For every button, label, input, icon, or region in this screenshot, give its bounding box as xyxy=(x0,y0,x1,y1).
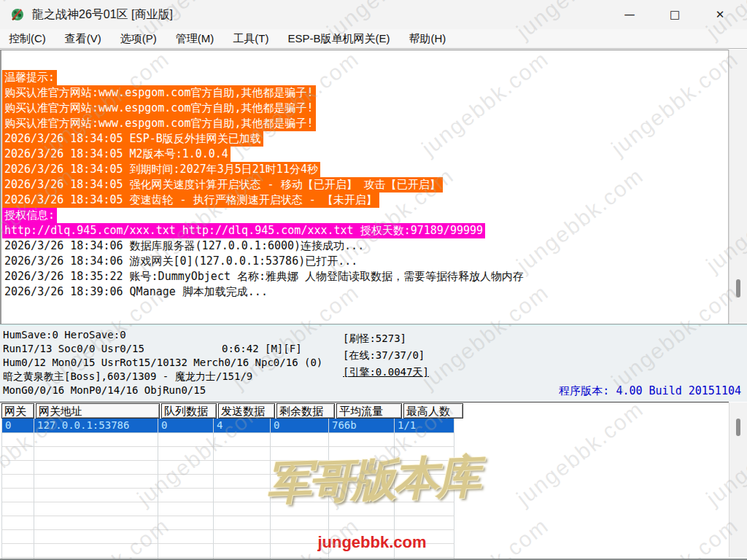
log-line-text: 2026/3/26 18:34:05 M2版本号:1.0.0.4 xyxy=(2,147,231,162)
table-cell xyxy=(34,516,158,530)
table-cell xyxy=(1,516,34,530)
log-line: 2026/3/26 18:39:06 QManage 脚本加载完成... xyxy=(2,284,728,300)
table-row[interactable]: 0127.0.0.1:53786040766b1/1 xyxy=(0,419,729,433)
log-line-text: 2026/3/26 18:34:05 ESP-B版反外挂网关已加载 xyxy=(2,131,263,147)
table-cell xyxy=(395,516,454,530)
table-cell xyxy=(271,433,329,447)
table-cell xyxy=(34,530,158,544)
log-line: 2026/3/26 18:34:05 M2版本号:1.0.0.4 xyxy=(2,147,728,162)
log-line: 温馨提示: xyxy=(2,70,728,85)
site-url-text: jungebbk.com xyxy=(248,533,496,552)
column-header[interactable]: 网关 xyxy=(1,403,34,419)
status-badge: [在线:37/37/0] xyxy=(343,347,429,364)
table-cell: 0 xyxy=(271,419,329,433)
log-line-text: 2026/3/26 18:34:06 数据库服务器(127.0.0.1:6000… xyxy=(2,238,366,254)
status-badge[interactable]: [引擎:0.0047天] xyxy=(343,364,429,381)
log-line-text: 购买认准官方网站:www.espgom.com官方自助,其他都是骗子! xyxy=(2,116,316,131)
table-cell xyxy=(214,516,271,530)
log-line-text: 2026/3/26 18:39:06 QManage 脚本加载完成... xyxy=(2,284,270,300)
gold-calligraphy-logo: 军哥版本库 xyxy=(247,445,498,515)
table-cell: 0 xyxy=(158,419,214,433)
status-right-block: [刷怪:5273][在线:37/37/0][引擎:0.0047天] xyxy=(343,330,429,381)
menu-item-tools[interactable]: 工具(T) xyxy=(231,31,270,47)
log-scrollbar-thumb[interactable] xyxy=(736,279,740,298)
window-controls: — □ ✕ xyxy=(607,0,743,29)
column-header[interactable]: 最高人数 xyxy=(403,403,463,419)
table-cell xyxy=(158,544,214,558)
table-cell xyxy=(34,461,158,475)
table-cell xyxy=(271,516,329,530)
status-line: MonG0/0/16 MonP0/14/16 ObjRun0/15 xyxy=(3,384,322,397)
table-cell xyxy=(34,433,158,447)
table-cell xyxy=(34,475,158,489)
log-line: 2026/3/26 18:34:05 强化网关速度计算开启状态 - 移动【已开启… xyxy=(2,177,728,192)
log-line-text: 购买认准官方网站:www.espgom.com官方自助,其他都是骗子! xyxy=(2,101,316,116)
log-line: 购买认准官方网站:www.espgom.com官方自助,其他都是骗子! xyxy=(2,85,728,101)
log-line: 购买认准官方网站:www.espgom.com官方自助,其他都是骗子! xyxy=(2,116,728,131)
log-line: 2026/3/26 18:34:05 ESP-B版反外挂网关已加载 xyxy=(2,131,728,147)
log-line-text: 2026/3/26 18:34:05 到期时间:2027年3月5日21时11分4… xyxy=(2,162,320,177)
minimize-button[interactable]: — xyxy=(607,0,652,29)
log-line-text: 2026/3/26 18:34:06 游戏网关[0](127.0.0.1:537… xyxy=(2,254,360,269)
menu-item-options[interactable]: 选项(P) xyxy=(119,31,158,47)
log-line: 2026/3/26 18:34:05 变速齿轮 - 执行严格测速开启状态 - 【… xyxy=(2,192,728,208)
menu-item-espb-gateway[interactable]: ESP-B版单机网关(E) xyxy=(286,31,391,47)
table-cell xyxy=(158,433,214,447)
table-cell xyxy=(158,516,214,530)
column-header[interactable]: 队列数据 xyxy=(161,403,217,419)
table-cell xyxy=(214,433,271,447)
log-area[interactable]: 温馨提示:购买认准官方网站:www.espgom.com官方自助,其他都是骗子!… xyxy=(0,50,729,324)
menu-item-view[interactable]: 查看(V) xyxy=(63,31,103,47)
table-row xyxy=(0,516,729,530)
status-line: Hum0/12 Mon0/15 UsrRot15/10132 Merch0/16… xyxy=(3,356,322,370)
log-line: 2026/3/26 18:34:05 到期时间:2027年3月5日21时11分4… xyxy=(2,162,728,177)
table-cell xyxy=(34,447,158,461)
table-cell xyxy=(158,502,214,516)
log-line-text: 2026/3/26 18:34:05 强化网关速度计算开启状态 - 移动【已开启… xyxy=(2,177,443,192)
menu-item-control[interactable]: 控制(C) xyxy=(7,31,47,47)
log-line-text: 温馨提示: xyxy=(2,70,57,85)
table-cell: 1/1 xyxy=(395,419,454,433)
close-button[interactable]: ✕ xyxy=(697,0,743,29)
column-header[interactable]: 网关地址 xyxy=(36,403,160,419)
column-header[interactable]: 发送数据 xyxy=(218,403,275,419)
table-cell xyxy=(1,530,34,544)
log-line: http://dlq.945.com/xxx.txt http://dlq.94… xyxy=(2,223,728,238)
status-line: HumSave:0 HeroSave:0 xyxy=(3,328,322,342)
log-line-text: 授权信息: xyxy=(2,208,57,223)
status-panel: HumSave:0 HeroSave:0Run17/13 Soc0/0 Usr0… xyxy=(0,324,747,402)
log-line: 2026/3/26 18:34:06 游戏网关[0](127.0.0.1:537… xyxy=(2,254,728,269)
table-cell xyxy=(158,530,214,544)
table-cell xyxy=(1,489,34,502)
program-version: 程序版本: 4.00 Build 20151104 xyxy=(559,384,741,398)
table-cell xyxy=(158,475,214,489)
table-cell xyxy=(329,433,395,447)
table-cell xyxy=(1,502,34,516)
table-cell xyxy=(1,447,34,461)
table-cell xyxy=(34,489,158,502)
column-header[interactable]: 平均流量 xyxy=(336,403,402,419)
log-line: 授权信息: xyxy=(2,208,728,223)
log-line: 2026/3/26 18:34:06 数据库服务器(127.0.0.1:6000… xyxy=(2,238,728,254)
column-header[interactable]: 剩余数据 xyxy=(276,403,335,419)
title-bar: 龍之战神26号01区 [商业版] — □ ✕ xyxy=(0,0,747,29)
table-scrollbar-thumb[interactable] xyxy=(736,419,740,436)
log-scrollbar[interactable] xyxy=(729,50,747,324)
menu-item-help[interactable]: 帮助(H) xyxy=(408,31,448,47)
window-title: 龍之战神26号01区 [商业版] xyxy=(32,7,173,23)
table-cell xyxy=(158,489,214,502)
log-line-text: 2026/3/26 18:34:05 变速齿轮 - 执行严格测速开启状态 - 【… xyxy=(2,192,379,208)
maximize-button[interactable]: □ xyxy=(652,0,697,29)
table-header-row: 网关网关地址队列数据发送数据剩余数据平均流量最高人数 xyxy=(0,402,729,419)
table-cell xyxy=(158,461,214,475)
table-scrollbar[interactable] xyxy=(729,402,747,557)
log-line-text: http://dlq.945.com/xxx.txt http://dlq.94… xyxy=(2,223,485,238)
status-left-block: HumSave:0 HeroSave:0Run17/13 Soc0/0 Usr0… xyxy=(3,328,322,397)
table-row xyxy=(0,433,729,447)
table-cell xyxy=(1,475,34,489)
menu-item-manage[interactable]: 管理(M) xyxy=(174,31,216,47)
log-line-text: 购买认准官方网站:www.espgom.com官方自助,其他都是骗子! xyxy=(2,85,316,101)
table-cell xyxy=(1,544,34,558)
table-cell xyxy=(34,502,158,516)
table-cell: 0 xyxy=(1,419,34,433)
